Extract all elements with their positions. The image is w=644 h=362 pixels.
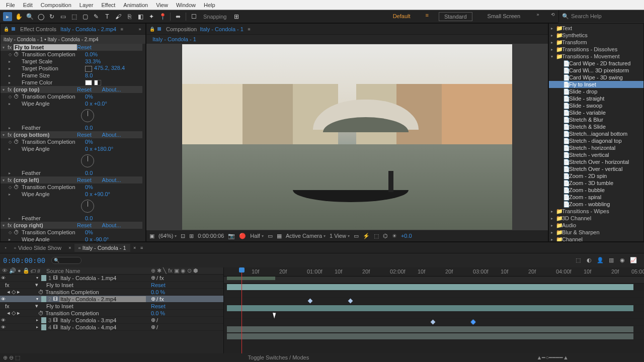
effect-header[interactable]: ▾fxFly to InsetReset: [1, 44, 142, 51]
preset-item[interactable]: 📄Slide - straight: [549, 95, 643, 102]
property-row[interactable]: ◇⏱Transition Completion0%: [1, 229, 142, 236]
reset-link[interactable]: Reset: [77, 132, 92, 138]
reset-workspace-icon[interactable]: ⟲: [550, 12, 555, 17]
graph-editor-icon[interactable]: 📈: [630, 257, 637, 264]
draft3d-icon[interactable]: ◐: [586, 257, 593, 264]
effect-header[interactable]: ▾fx(crop top)Reset About...: [1, 86, 142, 93]
preset-folder[interactable]: ▸📁Transitions - Wipes: [549, 208, 643, 215]
motion-blur-icon[interactable]: ◉: [619, 257, 626, 264]
preset-item[interactable]: 📄Slide - swoop: [549, 102, 643, 109]
playhead[interactable]: [242, 267, 242, 353]
menu-view[interactable]: View: [152, 1, 172, 9]
workspace-standard[interactable]: Standard: [439, 12, 472, 21]
workspace-overflow-icon[interactable]: »: [535, 12, 540, 17]
channel-icon[interactable]: 🔴: [239, 233, 246, 239]
snapping-checkbox[interactable]: ☐: [189, 12, 198, 21]
angle-dial[interactable]: [81, 154, 94, 167]
property-row[interactable]: ▸Feather0.0: [1, 169, 142, 176]
property-row[interactable]: ◇⏱Transition Completion0%: [1, 138, 142, 145]
timeline-track[interactable]: [224, 312, 644, 319]
clone-tool[interactable]: ⎘: [125, 12, 134, 21]
menu-layer[interactable]: Layer: [75, 1, 98, 9]
effect-header[interactable]: ▾fx(crop right)Reset About...: [1, 222, 142, 229]
menu-file[interactable]: File: [2, 1, 19, 9]
timeline-track[interactable]: [224, 298, 644, 305]
angle-dial[interactable]: [81, 109, 94, 122]
toggle-switches-label[interactable]: Toggle Switches / Modes: [248, 354, 309, 360]
layer-row[interactable]: 👁▾ 2🎞Italy - Condola - 2.mp4⊕/ fx: [0, 296, 223, 303]
brush-tool[interactable]: 🖌: [114, 12, 123, 21]
property-sub-row[interactable]: ◂ ◇ ▸⏱Transition Completion0.0 %: [0, 310, 223, 317]
panel-menu-icon[interactable]: ≡: [247, 27, 252, 32]
property-row[interactable]: ▸Frame Size8.0: [1, 72, 142, 79]
zoom-tool[interactable]: 🔍: [25, 12, 34, 21]
property-row[interactable]: ▸Frame Color: [1, 79, 142, 86]
menu-edit[interactable]: Edit: [19, 1, 37, 9]
composition-viewer[interactable]: [146, 44, 548, 230]
timeline-search[interactable]: 🔍: [51, 257, 82, 264]
timeline-tab-slideshow[interactable]: ▫Video Slide Show: [10, 244, 65, 252]
pan-behind-tool[interactable]: ⬚: [69, 12, 78, 21]
preset-item[interactable]: 📄Zoom - wobbling: [549, 201, 643, 208]
transparency-grid-icon[interactable]: ▦: [277, 233, 282, 239]
timeline-track[interactable]: [224, 291, 644, 298]
timeline-icon[interactable]: ⬚: [374, 233, 379, 239]
property-row[interactable]: ◇⏱Transition Completion0.0%: [1, 51, 142, 58]
type-tool[interactable]: T: [103, 12, 112, 21]
reset-link[interactable]: Reset: [77, 222, 92, 228]
timeline-track[interactable]: [224, 333, 644, 340]
angle-dial[interactable]: [81, 200, 94, 213]
effect-header[interactable]: ▾fx(crop bottom)Reset About...: [1, 131, 142, 138]
layer-row[interactable]: 👁▸ 4🎞Italy - Condola - 4.mp4⊕/: [0, 324, 223, 331]
property-row[interactable]: ◇⏱Transition Completion0%: [1, 184, 142, 191]
timeline-track[interactable]: [224, 326, 644, 333]
preset-item[interactable]: 📄Slide - variable: [549, 109, 643, 116]
preset-item[interactable]: 📄Stretch - vertical: [549, 151, 643, 158]
panel-lock-icon[interactable]: 🔒: [149, 27, 154, 32]
effect-sub-row[interactable]: fx▾Fly to InsetReset: [0, 282, 223, 289]
property-row[interactable]: ▸Target Scale33.3%: [1, 58, 142, 65]
preset-item[interactable]: 📄Stretch & Blur: [549, 116, 643, 123]
preset-item[interactable]: 📄Stretch...iagonal bottom: [549, 130, 643, 137]
comp-mini-flowchart-icon[interactable]: ⬚: [575, 257, 582, 264]
effect-category[interactable]: ▸📁Audio: [549, 222, 643, 229]
timeline-zoom-icons[interactable]: ⊕ ⊖ ⬚: [0, 354, 20, 361]
effect-category[interactable]: ▸📁Blur & Sharpen: [549, 229, 643, 236]
3d-view-dropdown[interactable]: Active Camera▾: [286, 233, 326, 239]
preset-folder[interactable]: ▸📁Text: [549, 25, 643, 32]
preset-folder[interactable]: ▸📁Transitions - Dissolves: [549, 46, 643, 53]
property-row[interactable]: ▸Wipe Angle0 x +180.0°: [1, 145, 142, 152]
roto-tool[interactable]: ✦: [147, 12, 156, 21]
preset-item[interactable]: 📄Card Wipe - 2D fractured: [549, 60, 643, 67]
snap-options-icon[interactable]: ⊞: [232, 12, 241, 21]
preset-item[interactable]: 📄Slide - drop: [549, 88, 643, 95]
menu-window[interactable]: Window: [172, 1, 200, 9]
local-axis-icon[interactable]: ⬌: [174, 12, 183, 21]
property-row[interactable]: ▸Feather0.0: [1, 124, 142, 131]
preset-item[interactable]: 📄Stretch Over - vertical: [549, 165, 643, 172]
preset-item[interactable]: 📄Zoom - spiral: [549, 194, 643, 201]
source-name-header[interactable]: Source Name: [44, 268, 148, 274]
effect-controls-tab[interactable]: Effect Controls: [20, 26, 56, 32]
pen-tool[interactable]: ✎: [92, 12, 101, 21]
selection-tool[interactable]: ▸: [3, 12, 12, 21]
composition-name-link[interactable]: Italy - Condola - 1: [200, 26, 244, 32]
timeline-track[interactable]: [224, 305, 644, 312]
composition-tab[interactable]: Composition: [166, 26, 197, 32]
hide-shy-icon[interactable]: 👤: [597, 257, 604, 264]
zoom-dropdown[interactable]: (64%)▾: [158, 233, 177, 239]
menu-effect[interactable]: Effect: [97, 1, 119, 9]
reset-link[interactable]: Reset: [77, 44, 92, 50]
preset-item[interactable]: 📄Stretch & Slide: [549, 123, 643, 130]
preset-folder[interactable]: ▸📁Synthetics: [549, 32, 643, 39]
current-timecode[interactable]: 0:00:00:00: [3, 256, 45, 264]
safe-zones-icon[interactable]: ⊞: [189, 233, 194, 239]
effect-header[interactable]: ▾fx(crop left)Reset About...: [1, 176, 142, 184]
views-dropdown[interactable]: 1 View▾: [330, 233, 350, 239]
preset-item[interactable]: 📄Stretch - diagonal top: [549, 137, 643, 144]
property-row[interactable]: ▸Wipe Angle0 x +0.0°: [1, 100, 142, 107]
pixel-aspect-icon[interactable]: ▭: [354, 233, 359, 239]
shape-tool[interactable]: ▢: [80, 12, 90, 21]
panel-lock-icon[interactable]: 🔒: [4, 27, 9, 32]
preset-folder[interactable]: ▸📁Transform: [549, 39, 643, 46]
